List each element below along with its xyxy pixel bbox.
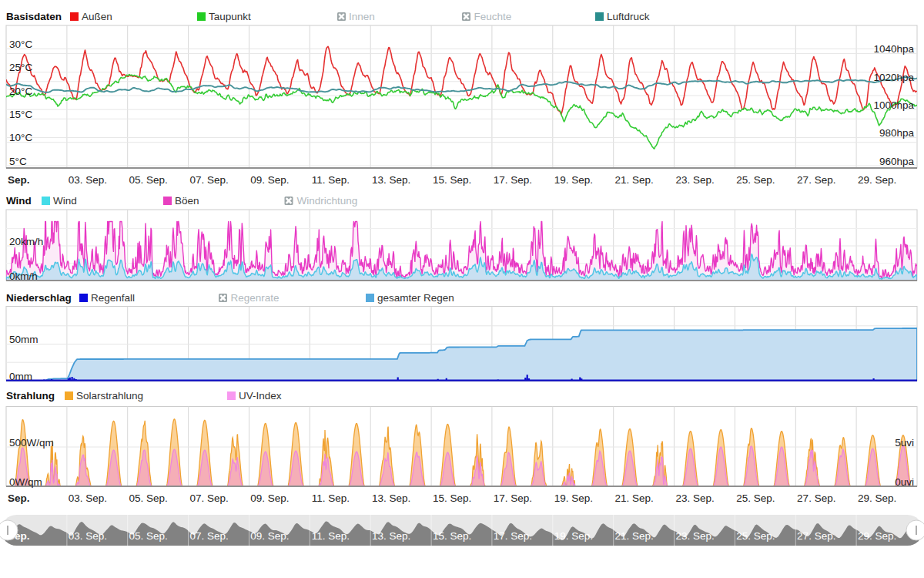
- svg-text:0km/h: 0km/h: [9, 271, 38, 282]
- svg-text:Taupunkt: Taupunkt: [209, 11, 251, 22]
- svg-text:27. Sep.: 27. Sep.: [797, 530, 835, 542]
- svg-text:09. Sep.: 09. Sep.: [250, 174, 289, 186]
- svg-text:Niederschlag: Niederschlag: [6, 292, 72, 304]
- svg-text:07. Sep.: 07. Sep.: [189, 174, 228, 186]
- svg-text:Innen: Innen: [349, 11, 375, 22]
- svg-text:20km/h: 20km/h: [9, 236, 43, 247]
- svg-text:19. Sep.: 19. Sep.: [554, 174, 593, 186]
- svg-text:10°C: 10°C: [9, 132, 32, 143]
- svg-text:21. Sep.: 21. Sep.: [615, 492, 654, 504]
- svg-text:Regenfall: Regenfall: [91, 292, 135, 304]
- svg-text:29. Sep.: 29. Sep.: [858, 530, 896, 542]
- svg-text:500W/qm: 500W/qm: [9, 437, 54, 449]
- svg-text:0mm: 0mm: [9, 371, 32, 382]
- svg-text:25. Sep.: 25. Sep.: [736, 174, 775, 186]
- svg-text:03. Sep.: 03. Sep.: [69, 492, 107, 504]
- svg-text:05. Sep.: 05. Sep.: [129, 530, 168, 542]
- svg-text:27. Sep.: 27. Sep.: [797, 174, 835, 186]
- svg-text:11. Sep.: 11. Sep.: [312, 492, 350, 504]
- svg-text:Außen: Außen: [82, 11, 112, 22]
- svg-text:03. Sep.: 03. Sep.: [69, 174, 107, 186]
- svg-text:25. Sep.: 25. Sep.: [736, 530, 775, 542]
- svg-text:Wind: Wind: [6, 195, 32, 207]
- svg-text:17. Sep.: 17. Sep.: [494, 174, 532, 186]
- svg-text:17. Sep.: 17. Sep.: [494, 530, 532, 542]
- svg-text:15. Sep.: 15. Sep.: [433, 530, 471, 542]
- svg-text:23. Sep.: 23. Sep.: [675, 174, 714, 186]
- svg-text:gesamter Regen: gesamter Regen: [377, 292, 454, 304]
- svg-text:15°C: 15°C: [9, 109, 32, 120]
- svg-text:1040hpa: 1040hpa: [873, 43, 914, 55]
- svg-text:07. Sep.: 07. Sep.: [189, 530, 228, 542]
- svg-text:Solarstrahlung: Solarstrahlung: [76, 390, 143, 402]
- svg-text:13. Sep.: 13. Sep.: [372, 530, 410, 542]
- svg-text:Strahlung: Strahlung: [6, 390, 55, 402]
- svg-text:Basisdaten: Basisdaten: [6, 11, 62, 22]
- svg-text:Sep.: Sep.: [8, 174, 30, 186]
- svg-text:15. Sep.: 15. Sep.: [433, 174, 471, 186]
- svg-text:1000hpa: 1000hpa: [873, 99, 914, 111]
- svg-text:Feuchte: Feuchte: [474, 11, 512, 22]
- svg-text:50mm: 50mm: [9, 334, 38, 345]
- svg-text:0uvi: 0uvi: [895, 476, 914, 488]
- svg-text:23. Sep.: 23. Sep.: [675, 530, 714, 542]
- svg-text:15. Sep.: 15. Sep.: [433, 492, 471, 504]
- svg-text:09. Sep.: 09. Sep.: [250, 492, 289, 504]
- svg-text:Windrichtung: Windrichtung: [297, 195, 358, 207]
- svg-text:13. Sep.: 13. Sep.: [372, 492, 410, 504]
- svg-text:13. Sep.: 13. Sep.: [372, 174, 410, 186]
- svg-text:19. Sep.: 19. Sep.: [554, 530, 593, 542]
- svg-text:11. Sep.: 11. Sep.: [312, 530, 350, 542]
- svg-text:30°C: 30°C: [9, 39, 32, 50]
- svg-text:25. Sep.: 25. Sep.: [736, 492, 775, 504]
- svg-text:5°C: 5°C: [9, 156, 27, 167]
- svg-text:960hpa: 960hpa: [879, 156, 915, 167]
- svg-text:20°C: 20°C: [9, 86, 32, 97]
- svg-text:0W/qm: 0W/qm: [9, 476, 42, 488]
- svg-text:25°C: 25°C: [9, 62, 32, 73]
- svg-text:05. Sep.: 05. Sep.: [129, 174, 168, 186]
- svg-text:11. Sep.: 11. Sep.: [312, 174, 350, 186]
- svg-text:Regenrate: Regenrate: [231, 292, 280, 304]
- svg-text:Sep.: Sep.: [8, 492, 30, 504]
- svg-text:5uvi: 5uvi: [895, 437, 914, 449]
- svg-text:09. Sep.: 09. Sep.: [250, 530, 289, 542]
- svg-text:03. Sep.: 03. Sep.: [69, 530, 107, 542]
- svg-text:07. Sep.: 07. Sep.: [189, 492, 228, 504]
- svg-text:29. Sep.: 29. Sep.: [858, 492, 896, 504]
- svg-text:Wind: Wind: [53, 195, 77, 207]
- svg-text:UV-Index: UV-Index: [239, 390, 282, 402]
- svg-text:Luftdruck: Luftdruck: [607, 11, 650, 22]
- svg-text:21. Sep.: 21. Sep.: [615, 530, 654, 542]
- svg-text:980hpa: 980hpa: [879, 127, 915, 139]
- svg-text:27. Sep.: 27. Sep.: [797, 492, 835, 504]
- svg-text:19. Sep.: 19. Sep.: [554, 492, 593, 504]
- svg-text:29. Sep.: 29. Sep.: [858, 174, 896, 186]
- svg-text:23. Sep.: 23. Sep.: [675, 492, 714, 504]
- svg-text:05. Sep.: 05. Sep.: [129, 492, 168, 504]
- svg-text:Böen: Böen: [175, 195, 199, 207]
- svg-text:21. Sep.: 21. Sep.: [615, 174, 654, 186]
- svg-text:1020hpa: 1020hpa: [873, 72, 914, 83]
- svg-text:17. Sep.: 17. Sep.: [494, 492, 532, 504]
